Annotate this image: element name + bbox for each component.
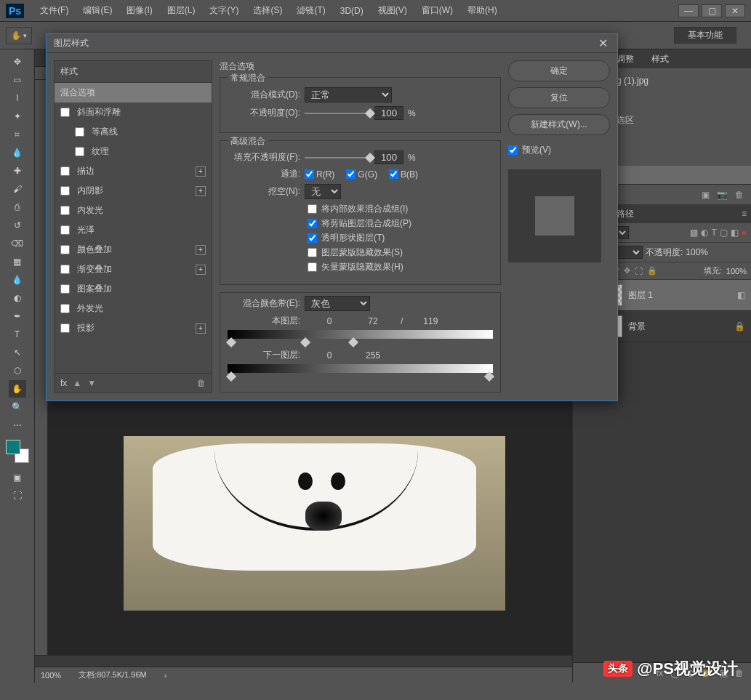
plus-icon[interactable]: +: [196, 166, 206, 177]
trash-icon[interactable]: 🗑: [735, 190, 744, 200]
style-checkbox[interactable]: [60, 186, 70, 196]
zoom-tool[interactable]: 🔍: [9, 398, 26, 416]
fill-opacity-slider[interactable]: [305, 157, 370, 158]
menu-filter[interactable]: 滤镜(T): [289, 1, 332, 20]
style-checkbox[interactable]: [60, 284, 70, 294]
style-item-11[interactable]: 外发光: [55, 299, 212, 318]
lock-all-icon[interactable]: 🔒: [647, 266, 657, 275]
blend-mode-select[interactable]: 正常: [305, 87, 392, 102]
canvas-scrollbar[interactable]: [35, 655, 572, 667]
eraser-tool[interactable]: ⌫: [9, 235, 26, 252]
panel-menu-icon[interactable]: ≡: [737, 209, 751, 219]
dialog-titlebar[interactable]: 图层样式 ✕: [47, 34, 617, 53]
tab-styles[interactable]: 样式: [643, 50, 678, 68]
quick-mask-toggle[interactable]: ▣: [9, 469, 26, 486]
style-checkbox[interactable]: [75, 127, 84, 137]
menu-layer[interactable]: 图层(L): [160, 1, 203, 20]
screen-mode-toggle[interactable]: ⛶: [9, 487, 26, 504]
style-item-9[interactable]: 渐变叠加+: [55, 260, 212, 279]
under-layer-gradient[interactable]: [228, 364, 493, 373]
new-style-button[interactable]: 新建样式(W)...: [508, 114, 610, 135]
style-item-4[interactable]: 描边+: [55, 161, 212, 181]
style-checkbox[interactable]: [60, 245, 70, 254]
menu-type[interactable]: 文字(Y): [202, 1, 246, 20]
opacity-slider[interactable]: [305, 113, 370, 114]
plus-icon[interactable]: +: [196, 265, 206, 275]
healing-tool[interactable]: ✚: [9, 162, 26, 180]
hand-tool[interactable]: ✋: [9, 380, 26, 398]
crop-tool[interactable]: ⌗: [9, 126, 26, 143]
style-item-8[interactable]: 颜色叠加+: [55, 240, 212, 260]
style-checkbox[interactable]: [60, 304, 70, 313]
cb-trans-shape[interactable]: [308, 233, 317, 243]
fill-opacity-input[interactable]: [374, 150, 403, 164]
menu-image[interactable]: 图像(I): [119, 1, 159, 20]
type-tool[interactable]: T: [9, 326, 26, 343]
menu-edit[interactable]: 编辑(E): [76, 1, 119, 20]
marquee-tool[interactable]: ▭: [9, 71, 26, 89]
maximize-button[interactable]: ▢: [702, 4, 722, 17]
style-item-1[interactable]: 斜面和浮雕: [55, 102, 212, 122]
cb-layer-mask-hide[interactable]: [308, 248, 317, 257]
cancel-button[interactable]: 复位: [508, 87, 610, 108]
menu-window[interactable]: 窗口(W): [414, 1, 460, 20]
blur-tool[interactable]: 💧: [9, 271, 26, 289]
lock-artboard-icon[interactable]: ⛶: [635, 267, 643, 275]
filter-pixel-icon[interactable]: ▩: [690, 228, 698, 238]
eyedropper-tool[interactable]: 💧: [9, 144, 26, 161]
style-item-10[interactable]: 图案叠加: [55, 279, 212, 299]
zoom-level[interactable]: 100%: [41, 671, 61, 680]
style-checkbox[interactable]: [60, 265, 70, 274]
ok-button[interactable]: 确定: [508, 60, 610, 81]
filter-type-icon[interactable]: T: [711, 228, 716, 238]
channel-g-checkbox[interactable]: [346, 169, 356, 179]
new-snapshot-icon[interactable]: ▣: [702, 190, 710, 200]
filter-adjust-icon[interactable]: ◐: [701, 228, 708, 238]
style-item-3[interactable]: 纹理: [55, 142, 212, 161]
style-item-7[interactable]: 光泽: [55, 220, 212, 240]
menu-select[interactable]: 选择(S): [246, 1, 289, 20]
cb-vector-mask-hide[interactable]: [308, 262, 317, 272]
move-tool[interactable]: ✥: [9, 53, 26, 71]
dodge-tool[interactable]: ◐: [9, 289, 26, 307]
menu-help[interactable]: 帮助(H): [460, 1, 505, 20]
pen-tool[interactable]: ✒: [9, 307, 26, 325]
lasso-tool[interactable]: ⌇: [9, 89, 26, 107]
style-checkbox[interactable]: [75, 147, 84, 156]
fx-icon[interactable]: fx: [60, 378, 67, 388]
channel-b-checkbox[interactable]: [389, 169, 398, 179]
style-item-6[interactable]: 内发光: [55, 201, 212, 220]
minimize-button[interactable]: —: [678, 4, 699, 17]
color-swatches[interactable]: [6, 440, 29, 463]
style-checkbox[interactable]: [60, 108, 70, 117]
filter-toggle-icon[interactable]: ●: [742, 228, 747, 238]
plus-icon[interactable]: +: [196, 323, 206, 334]
lock-pos-icon[interactable]: ✥: [624, 266, 630, 275]
close-window-button[interactable]: ✕: [725, 4, 745, 17]
this-layer-gradient[interactable]: [228, 330, 493, 339]
layer-name[interactable]: 背景: [628, 321, 646, 333]
cb-inner-group[interactable]: [308, 204, 317, 214]
fill-value[interactable]: 100%: [726, 267, 747, 275]
current-tool-indicator[interactable]: ✋▾: [6, 27, 32, 44]
link-icon[interactable]: ◧: [737, 290, 745, 300]
doc-size-info[interactable]: 文档:807.5K/1.96M: [79, 669, 147, 680]
trash-icon[interactable]: 🗑: [197, 378, 206, 388]
style-item-12[interactable]: 投影+: [55, 318, 212, 338]
stamp-tool[interactable]: ⎙: [9, 198, 26, 216]
edit-toolbar[interactable]: ⋯: [9, 417, 26, 434]
style-checkbox[interactable]: [60, 323, 70, 333]
blend-if-select[interactable]: 灰色: [305, 296, 370, 311]
style-item-0[interactable]: 混合选项: [55, 83, 212, 102]
foreground-color-swatch[interactable]: [6, 440, 20, 454]
status-chevron-icon[interactable]: ›: [164, 671, 167, 680]
arrow-up-icon[interactable]: ▲: [73, 378, 81, 388]
knockout-select[interactable]: 无: [305, 184, 341, 199]
filter-smart-icon[interactable]: ◧: [731, 228, 739, 238]
menu-3d[interactable]: 3D(D): [333, 3, 371, 19]
history-brush-tool[interactable]: ↺: [9, 217, 26, 234]
opacity-value[interactable]: 100%: [686, 247, 708, 257]
arrow-down-icon[interactable]: ▼: [87, 378, 96, 388]
camera-icon[interactable]: 📷: [717, 190, 728, 200]
shape-tool[interactable]: ⬡: [9, 362, 26, 379]
